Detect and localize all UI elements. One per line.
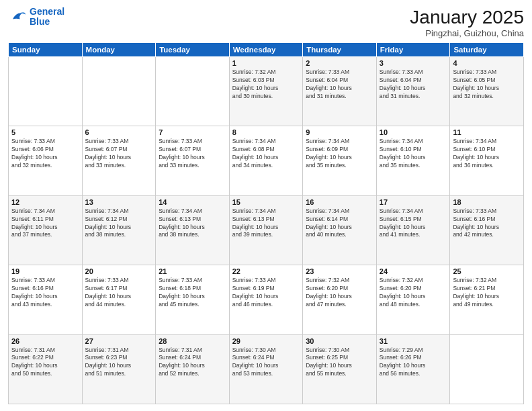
day-cell: 16Sunrise: 7:34 AMSunset: 6:14 PMDayligh… xyxy=(303,195,377,265)
day-number: 12 xyxy=(11,198,79,206)
day-number: 28 xyxy=(159,337,226,345)
day-number: 25 xyxy=(453,267,521,275)
day-number: 21 xyxy=(159,267,226,275)
calendar-table: SundayMondayTuesdayWednesdayThursdayFrid… xyxy=(8,42,524,404)
month-title: January 2025 xyxy=(410,7,524,28)
day-info: Sunrise: 7:33 AMSunset: 6:16 PMDaylight:… xyxy=(453,208,521,240)
day-cell: 4Sunrise: 7:33 AMSunset: 6:05 PMDaylight… xyxy=(450,57,524,126)
day-cell: 5Sunrise: 7:33 AMSunset: 6:06 PMDaylight… xyxy=(9,126,83,195)
weekday-friday: Friday xyxy=(376,43,450,57)
day-cell: 12Sunrise: 7:34 AMSunset: 6:11 PMDayligh… xyxy=(9,195,83,265)
week-row-1: 1Sunrise: 7:32 AMSunset: 6:03 PMDaylight… xyxy=(9,57,524,126)
weekday-saturday: Saturday xyxy=(450,43,524,57)
day-number: 11 xyxy=(453,128,521,136)
weekday-header-row: SundayMondayTuesdayWednesdayThursdayFrid… xyxy=(9,43,524,57)
day-number: 10 xyxy=(380,128,447,136)
day-cell xyxy=(450,334,524,404)
day-cell xyxy=(82,57,156,126)
day-number: 23 xyxy=(306,267,373,275)
day-info: Sunrise: 7:33 AMSunset: 6:04 PMDaylight:… xyxy=(380,68,447,101)
day-number: 22 xyxy=(232,267,300,275)
day-info: Sunrise: 7:34 AMSunset: 6:08 PMDaylight:… xyxy=(232,138,300,170)
day-info: Sunrise: 7:34 AMSunset: 6:11 PMDaylight:… xyxy=(11,208,79,240)
day-cell: 15Sunrise: 7:34 AMSunset: 6:13 PMDayligh… xyxy=(229,195,303,265)
weekday-monday: Monday xyxy=(82,43,156,57)
day-number: 30 xyxy=(306,337,373,345)
day-cell: 11Sunrise: 7:34 AMSunset: 6:10 PMDayligh… xyxy=(450,126,524,195)
day-cell: 9Sunrise: 7:34 AMSunset: 6:09 PMDaylight… xyxy=(303,126,377,195)
day-info: Sunrise: 7:31 AMSunset: 6:22 PMDaylight:… xyxy=(11,347,79,379)
day-info: Sunrise: 7:33 AMSunset: 6:04 PMDaylight:… xyxy=(306,68,373,101)
day-cell: 29Sunrise: 7:30 AMSunset: 6:24 PMDayligh… xyxy=(229,334,303,404)
day-info: Sunrise: 7:30 AMSunset: 6:24 PMDaylight:… xyxy=(232,347,300,379)
day-number: 17 xyxy=(380,198,447,206)
title-block: January 2025 Pingzhai, Guizhou, China xyxy=(410,7,524,38)
day-number: 7 xyxy=(159,128,226,136)
day-info: Sunrise: 7:34 AMSunset: 6:13 PMDaylight:… xyxy=(232,208,300,240)
day-cell: 19Sunrise: 7:33 AMSunset: 6:16 PMDayligh… xyxy=(9,265,83,334)
day-info: Sunrise: 7:33 AMSunset: 6:07 PMDaylight:… xyxy=(159,138,226,170)
day-info: Sunrise: 7:34 AMSunset: 6:10 PMDaylight:… xyxy=(380,138,447,170)
week-row-2: 5Sunrise: 7:33 AMSunset: 6:06 PMDaylight… xyxy=(9,126,524,195)
day-cell: 25Sunrise: 7:32 AMSunset: 6:21 PMDayligh… xyxy=(450,265,524,334)
day-info: Sunrise: 7:32 AMSunset: 6:20 PMDaylight:… xyxy=(380,277,447,309)
weekday-tuesday: Tuesday xyxy=(156,43,230,57)
day-cell xyxy=(9,57,83,126)
logo-text: General Blue xyxy=(30,7,64,28)
logo-icon xyxy=(8,7,27,26)
day-cell: 18Sunrise: 7:33 AMSunset: 6:16 PMDayligh… xyxy=(450,195,524,265)
day-cell: 30Sunrise: 7:30 AMSunset: 6:25 PMDayligh… xyxy=(303,334,377,404)
day-info: Sunrise: 7:33 AMSunset: 6:16 PMDaylight:… xyxy=(11,277,79,309)
day-cell: 31Sunrise: 7:29 AMSunset: 6:26 PMDayligh… xyxy=(376,334,450,404)
page: General Blue January 2025 Pingzhai, Guiz… xyxy=(0,0,532,411)
day-number: 4 xyxy=(453,59,521,67)
day-cell: 28Sunrise: 7:31 AMSunset: 6:24 PMDayligh… xyxy=(156,334,230,404)
day-cell xyxy=(156,57,230,126)
week-row-4: 19Sunrise: 7:33 AMSunset: 6:16 PMDayligh… xyxy=(9,265,524,334)
day-cell: 22Sunrise: 7:33 AMSunset: 6:19 PMDayligh… xyxy=(229,265,303,334)
week-row-5: 26Sunrise: 7:31 AMSunset: 6:22 PMDayligh… xyxy=(9,334,524,404)
day-number: 3 xyxy=(380,59,447,67)
day-number: 9 xyxy=(306,128,373,136)
day-info: Sunrise: 7:31 AMSunset: 6:23 PMDaylight:… xyxy=(85,347,153,379)
day-cell: 2Sunrise: 7:33 AMSunset: 6:04 PMDaylight… xyxy=(303,57,377,126)
day-cell: 21Sunrise: 7:33 AMSunset: 6:18 PMDayligh… xyxy=(156,265,230,334)
day-number: 18 xyxy=(453,198,521,206)
day-cell: 8Sunrise: 7:34 AMSunset: 6:08 PMDaylight… xyxy=(229,126,303,195)
day-number: 29 xyxy=(232,337,300,345)
day-info: Sunrise: 7:34 AMSunset: 6:12 PMDaylight:… xyxy=(85,208,153,240)
day-number: 20 xyxy=(85,267,153,275)
day-cell: 26Sunrise: 7:31 AMSunset: 6:22 PMDayligh… xyxy=(9,334,83,404)
day-number: 8 xyxy=(232,128,300,136)
day-number: 24 xyxy=(380,267,447,275)
day-cell: 23Sunrise: 7:32 AMSunset: 6:20 PMDayligh… xyxy=(303,265,377,334)
week-row-3: 12Sunrise: 7:34 AMSunset: 6:11 PMDayligh… xyxy=(9,195,524,265)
weekday-sunday: Sunday xyxy=(9,43,83,57)
day-number: 13 xyxy=(85,198,153,206)
day-info: Sunrise: 7:33 AMSunset: 6:05 PMDaylight:… xyxy=(453,68,521,101)
day-cell: 27Sunrise: 7:31 AMSunset: 6:23 PMDayligh… xyxy=(82,334,156,404)
day-cell: 10Sunrise: 7:34 AMSunset: 6:10 PMDayligh… xyxy=(376,126,450,195)
day-number: 27 xyxy=(85,337,153,345)
day-info: Sunrise: 7:32 AMSunset: 6:21 PMDaylight:… xyxy=(453,277,521,309)
day-cell: 7Sunrise: 7:33 AMSunset: 6:07 PMDaylight… xyxy=(156,126,230,195)
day-info: Sunrise: 7:34 AMSunset: 6:10 PMDaylight:… xyxy=(453,138,521,170)
day-number: 15 xyxy=(232,198,300,206)
location: Pingzhai, Guizhou, China xyxy=(410,28,524,38)
day-number: 19 xyxy=(11,267,79,275)
day-info: Sunrise: 7:34 AMSunset: 6:13 PMDaylight:… xyxy=(159,208,226,240)
day-cell: 17Sunrise: 7:34 AMSunset: 6:15 PMDayligh… xyxy=(376,195,450,265)
day-number: 5 xyxy=(11,128,79,136)
day-number: 2 xyxy=(306,59,373,67)
weekday-thursday: Thursday xyxy=(303,43,377,57)
day-number: 26 xyxy=(11,337,79,345)
weekday-wednesday: Wednesday xyxy=(229,43,303,57)
day-cell: 14Sunrise: 7:34 AMSunset: 6:13 PMDayligh… xyxy=(156,195,230,265)
day-info: Sunrise: 7:29 AMSunset: 6:26 PMDaylight:… xyxy=(380,347,447,379)
day-number: 1 xyxy=(232,59,300,67)
day-info: Sunrise: 7:33 AMSunset: 6:19 PMDaylight:… xyxy=(232,277,300,309)
day-cell: 20Sunrise: 7:33 AMSunset: 6:17 PMDayligh… xyxy=(82,265,156,334)
day-cell: 3Sunrise: 7:33 AMSunset: 6:04 PMDaylight… xyxy=(376,57,450,126)
day-info: Sunrise: 7:31 AMSunset: 6:24 PMDaylight:… xyxy=(159,347,226,379)
day-info: Sunrise: 7:34 AMSunset: 6:15 PMDaylight:… xyxy=(380,208,447,240)
